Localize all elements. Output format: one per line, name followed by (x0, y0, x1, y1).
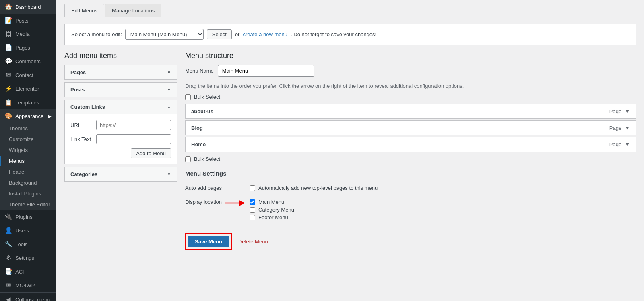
sidebar-item-tools[interactable]: 🔧 Tools (0, 237, 56, 251)
plugins-icon: 🔌 (5, 213, 12, 220)
menu-settings: Menu Settings Auto add pages Automatical… (185, 170, 636, 225)
menu-item-blog-arrow-icon[interactable]: ▼ (625, 125, 630, 131)
contact-icon: ✉ (5, 71, 12, 79)
sidebar-item-background[interactable]: Background (0, 177, 56, 188)
sidebar-item-acf[interactable]: 📑 ACF (0, 265, 56, 278)
auto-add-row: Auto add pages Automatically add new top… (185, 182, 636, 196)
accordion-categories-header[interactable]: Categories ▼ (65, 167, 177, 181)
sidebar-item-menus[interactable]: Menus (0, 156, 56, 166)
menu-select[interactable]: Main Menu (Main Menu) (125, 29, 204, 40)
menu-settings-heading: Menu Settings (185, 170, 636, 177)
sidebar-item-media[interactable]: 🖼 Media (0, 27, 56, 41)
save-delete-row: Save Menu Delete Menu (185, 233, 636, 250)
accordion-posts-header[interactable]: Posts ▼ (65, 83, 177, 97)
page-content: Select a menu to edit: Main Menu (Main M… (56, 17, 644, 301)
categories-arrow-icon: ▼ (167, 172, 171, 176)
location-main-menu-label: Main Menu (258, 199, 284, 205)
auto-add-checkbox[interactable] (250, 185, 255, 191)
location-footer-menu-row: Footer Menu (250, 214, 636, 220)
main-menu-location-wrapper: Main Menu (250, 199, 284, 207)
location-footer-menu-label: Footer Menu (258, 214, 288, 220)
menu-item-blog[interactable]: Blog Page ▼ (185, 120, 636, 135)
mc4wp-icon: ✉ (5, 282, 12, 289)
add-to-menu-button[interactable]: Add to Menu (131, 148, 171, 158)
location-category-menu-checkbox[interactable] (250, 207, 255, 213)
sidebar-item-mc4wp[interactable]: ✉ MC4WP (0, 278, 56, 292)
auto-add-checkbox-row: Automatically add new top-level pages to… (250, 185, 636, 191)
url-label: URL (70, 122, 93, 128)
sidebar-item-comments[interactable]: 💬 Comments (0, 54, 56, 68)
sidebar-item-pages[interactable]: 📄 Pages (0, 41, 56, 54)
settings-icon: ⚙ (5, 254, 12, 262)
location-category-menu-row: Category Menu (250, 207, 636, 213)
main-content: Edit Menus Manage Locations Select a men… (56, 0, 644, 301)
custom-links-arrow-icon: ▲ (167, 105, 171, 109)
sidebar-item-appearance[interactable]: 🎨 Appearance ▶ (0, 109, 56, 123)
menu-item-about-us[interactable]: about-us Page ▼ (185, 104, 636, 119)
dashboard-icon: 🏠 (5, 3, 12, 10)
delete-menu-link[interactable]: Delete Menu (238, 239, 268, 245)
accordion-custom-links-header[interactable]: Custom Links ▲ (65, 100, 177, 114)
menu-structure-panel: Menu structure Menu Name Drag the items … (185, 52, 636, 250)
sidebar-item-users[interactable]: 👤 Users (0, 224, 56, 237)
sidebar-item-header[interactable]: Header (0, 166, 56, 177)
menu-item-home-type: Page (609, 141, 621, 147)
collapse-menu-button[interactable]: ◀ Collapse menu (0, 293, 56, 301)
location-main-menu-checkbox[interactable] (250, 199, 255, 205)
accordion-pages: Pages ▼ (64, 65, 177, 80)
sidebar-item-customize[interactable]: Customize (0, 134, 56, 145)
display-location-row: Display location Main Menu (185, 196, 636, 225)
location-footer-menu-checkbox[interactable] (250, 215, 255, 220)
menu-item-about-us-label: about-us (191, 108, 213, 114)
link-text-row: Link Text (70, 134, 171, 144)
bulk-select-bottom: Bulk Select (185, 156, 636, 162)
accordion-pages-header[interactable]: Pages ▼ (65, 65, 177, 79)
sidebar-item-install-plugins[interactable]: Install Plugins (0, 188, 56, 199)
add-menu-items-heading: Add menu items (64, 52, 177, 60)
sidebar-item-posts[interactable]: 📝 Posts (0, 14, 56, 27)
appearance-arrow-icon: ▶ (48, 114, 52, 118)
menu-item-home[interactable]: Home Page ▼ (185, 137, 636, 152)
elementor-icon: ⚡ (5, 85, 12, 92)
accordion-posts: Posts ▼ (64, 82, 177, 97)
menu-item-home-arrow-icon[interactable]: ▼ (625, 141, 630, 147)
sidebar-item-widgets[interactable]: Widgets (0, 145, 56, 156)
sidebar-item-settings[interactable]: ⚙ Settings (0, 251, 56, 265)
sidebar-item-elementor[interactable]: ⚡ Elementor (0, 82, 56, 95)
location-main-menu-row: Main Menu (250, 199, 284, 205)
custom-links-body: URL Link Text Add to Menu (65, 114, 177, 164)
accordion-custom-links: Custom Links ▲ URL Link Text Add to Menu (64, 100, 177, 164)
comments-icon: 💬 (5, 58, 12, 65)
sidebar-item-theme-file-editor[interactable]: Theme File Editor (0, 199, 56, 210)
sidebar-item-themes[interactable]: Themes (0, 123, 56, 134)
settings-table: Auto add pages Automatically add new top… (185, 182, 636, 225)
reminder-text: . Do not forget to save your changes! (291, 31, 376, 37)
bulk-select-bottom-checkbox[interactable] (185, 156, 191, 162)
two-col-layout: Add menu items Pages ▼ Posts ▼ (64, 52, 636, 250)
tools-icon: 🔧 (5, 241, 12, 248)
tab-manage-locations[interactable]: Manage Locations (105, 4, 161, 17)
menu-item-blog-label: Blog (191, 125, 203, 131)
bulk-select-bottom-label: Bulk Select (194, 156, 220, 162)
accordion-categories: Categories ▼ (64, 167, 177, 182)
sidebar-item-dashboard[interactable]: 🏠 Dashboard (0, 0, 56, 14)
select-button[interactable]: Select (207, 29, 232, 39)
pages-arrow-icon: ▼ (167, 70, 171, 75)
auto-add-desc: Automatically add new top-level pages to… (258, 185, 378, 191)
save-menu-button[interactable]: Save Menu (188, 236, 229, 247)
sidebar-item-plugins[interactable]: 🔌 Plugins (0, 210, 56, 224)
menu-name-input[interactable] (218, 65, 314, 77)
tab-edit-menus[interactable]: Edit Menus (64, 4, 104, 17)
sidebar-item-templates[interactable]: 📋 Templates (0, 95, 56, 109)
save-button-box: Save Menu (185, 233, 232, 250)
url-input[interactable] (96, 120, 171, 130)
add-menu-items-panel: Add menu items Pages ▼ Posts ▼ (64, 52, 177, 250)
menu-item-about-us-arrow-icon[interactable]: ▼ (625, 108, 630, 114)
collapse-icon: ◀ (5, 296, 12, 301)
create-new-menu-link[interactable]: create a new menu (243, 31, 287, 37)
sidebar-item-contact[interactable]: ✉ Contact (0, 68, 56, 82)
media-icon: 🖼 (5, 31, 12, 37)
templates-icon: 📋 (5, 99, 12, 106)
link-text-input[interactable] (96, 134, 171, 144)
bulk-select-top-checkbox[interactable] (185, 94, 191, 100)
